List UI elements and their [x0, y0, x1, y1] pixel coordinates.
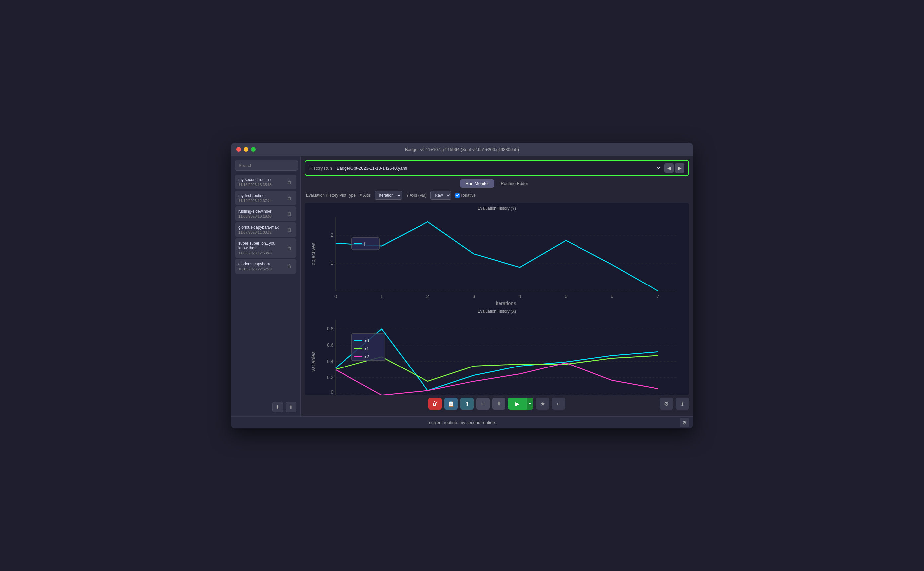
- svg-text:f: f: [364, 241, 365, 247]
- x-axis-select[interactable]: Iteration: [375, 191, 402, 199]
- tabs-row: Run Monitor Routine Editor: [305, 179, 689, 188]
- tab-routine-editor[interactable]: Routine Editor: [496, 179, 533, 188]
- routine-name: glorious-capybara: [238, 262, 286, 266]
- charts-area: Evaluation History (Y) 2 1 0: [305, 203, 689, 395]
- x-axis-label: X Axis: [360, 193, 371, 198]
- svg-text:2: 2: [427, 293, 430, 299]
- routine-info: my second routine 11/13/2023,13:35:55: [238, 177, 286, 187]
- routine-delete-button[interactable]: 🗑: [286, 245, 293, 251]
- svg-text:7: 7: [656, 293, 659, 299]
- svg-text:x0: x0: [364, 338, 369, 343]
- history-run-select[interactable]: BadgerOpt-2023-11-13-142540.yaml: [335, 165, 661, 171]
- delete-run-button[interactable]: 🗑: [428, 398, 442, 410]
- routine-info: rustling-sidewinder 11/08/2023,10:18:08: [238, 209, 286, 218]
- info-button[interactable]: ℹ: [676, 398, 689, 410]
- history-run-bar: History Run BadgerOpt-2023-11-13-142540.…: [305, 160, 689, 176]
- y-axis-select[interactable]: Raw: [430, 191, 451, 199]
- window-title: Badger v0.11+107.g7f15964 (Xopt v2.0a1+2…: [405, 147, 519, 152]
- undo-button[interactable]: ↩: [476, 398, 490, 410]
- toolbar-right: ⚙ ℹ: [660, 398, 689, 410]
- routine-name: glorious-capybara-max: [238, 225, 286, 230]
- routine-delete-button[interactable]: 🗑: [286, 194, 293, 201]
- star-button[interactable]: ★: [536, 398, 549, 410]
- chart-y-container: Evaluation History (Y) 2 1 0: [308, 206, 686, 306]
- routine-date: 11/13/2023,13:35:55: [238, 182, 286, 187]
- status-text: current routine: my second routine: [429, 420, 494, 425]
- routine-date: 10/18/2023,22:52:20: [238, 267, 286, 271]
- routine-item[interactable]: rustling-sidewinder 11/08/2023,10:18:08 …: [235, 207, 296, 221]
- relative-checkbox[interactable]: [455, 193, 460, 198]
- export-button[interactable]: ⬆: [286, 402, 296, 412]
- svg-text:x2: x2: [364, 353, 369, 359]
- log-button[interactable]: ↵: [552, 398, 565, 410]
- svg-text:0.2: 0.2: [327, 375, 334, 380]
- main-content: + my second routine 11/13/2023,13:35:55 …: [231, 156, 693, 416]
- import-export-button[interactable]: ⬆: [460, 398, 474, 410]
- search-row: +: [235, 160, 296, 171]
- routine-delete-button[interactable]: 🗑: [286, 179, 293, 185]
- routine-delete-button[interactable]: 🗑: [286, 210, 293, 217]
- status-bar: current routine: my second routine ⚙: [231, 416, 693, 428]
- close-button[interactable]: [236, 147, 241, 152]
- eval-history-label: Evaluation History Plot Type: [306, 193, 356, 198]
- routine-item[interactable]: glorious-capybara 10/18/2023,22:52:20 🗑: [235, 259, 296, 273]
- svg-text:0.6: 0.6: [327, 342, 334, 347]
- routine-item[interactable]: glorious-capybara-max 11/07/2023,11:03:3…: [235, 222, 296, 237]
- svg-text:iterations: iterations: [496, 300, 516, 305]
- play-dropdown-button[interactable]: ▼: [527, 398, 533, 410]
- svg-text:x1: x1: [364, 346, 369, 351]
- svg-text:0: 0: [334, 293, 337, 299]
- routine-name: super super lon...you know that!: [238, 241, 286, 250]
- import-button[interactable]: ⬇: [273, 402, 283, 412]
- traffic-lights: [236, 147, 256, 152]
- routine-name: rustling-sidewinder: [238, 209, 286, 214]
- routine-date: 11/08/2023,10:18:08: [238, 215, 286, 218]
- routine-item[interactable]: super super lon...you know that! 11/03/2…: [235, 238, 296, 258]
- chart-x-title: Evaluation History (X): [308, 309, 686, 314]
- svg-text:2: 2: [331, 232, 334, 238]
- routine-list: my second routine 11/13/2023,13:35:55 🗑 …: [235, 174, 296, 398]
- main-panel: History Run BadgerOpt-2023-11-13-142540.…: [301, 156, 693, 416]
- routine-date: 11/10/2023,12:37:24: [238, 199, 286, 202]
- title-bar: Badger v0.11+107.g7f15964 (Xopt v2.0a1+2…: [231, 143, 693, 156]
- toolbar: 🗑 📋 ⬆ ↩ ⏸ ▶ ▼ ★ ↵ ⚙ ℹ: [305, 395, 689, 412]
- tab-run-monitor[interactable]: Run Monitor: [460, 179, 494, 188]
- svg-text:0.4: 0.4: [327, 358, 334, 364]
- routine-info: my first routine 11/10/2023,12:37:24: [238, 193, 286, 202]
- nav-arrows: ◀ ▶: [664, 164, 684, 173]
- sidebar-footer: ⬇ ⬆: [235, 402, 296, 412]
- app-window: Badger v0.11+107.g7f15964 (Xopt v2.0a1+2…: [231, 143, 693, 428]
- routine-item[interactable]: my first routine 11/10/2023,12:37:24 🗑: [235, 191, 296, 205]
- play-button[interactable]: ▶: [508, 398, 527, 410]
- svg-text:objectives: objectives: [310, 242, 316, 265]
- controls-row: Evaluation History Plot Type X Axis Iter…: [305, 191, 689, 199]
- svg-text:variables: variables: [310, 351, 316, 372]
- chart-y-title: Evaluation History (Y): [308, 206, 686, 211]
- svg-text:6: 6: [611, 293, 614, 299]
- minimize-button[interactable]: [243, 147, 248, 152]
- sidebar: + my second routine 11/13/2023,13:35:55 …: [231, 156, 301, 416]
- routine-delete-button[interactable]: 🗑: [286, 263, 293, 270]
- relative-label: Relative: [461, 193, 475, 198]
- tools-button[interactable]: ⚙: [660, 398, 673, 410]
- chart-y-svg: 2 1 0 1 2 3 4 5 6 7 iterations: [308, 212, 686, 305]
- routine-item[interactable]: my second routine 11/13/2023,13:35:55 🗑: [235, 174, 296, 189]
- status-settings-button[interactable]: ⚙: [680, 418, 689, 427]
- copy-button[interactable]: 📋: [444, 398, 458, 410]
- svg-text:4: 4: [518, 293, 521, 299]
- routine-info: glorious-capybara-max 11/07/2023,11:03:3…: [238, 225, 286, 235]
- chart-x-container: Evaluation History (X): [308, 309, 686, 395]
- svg-text:0.8: 0.8: [327, 326, 334, 331]
- routine-name: my first routine: [238, 193, 286, 198]
- search-input[interactable]: [235, 160, 298, 171]
- routine-info: super super lon...you know that! 11/03/2…: [238, 241, 286, 255]
- routine-name: my second routine: [238, 177, 286, 182]
- y-axis-label: Y Axis (Var): [406, 193, 427, 198]
- nav-next-button[interactable]: ▶: [675, 164, 684, 173]
- svg-text:1: 1: [380, 293, 383, 299]
- nav-prev-button[interactable]: ◀: [664, 164, 674, 173]
- pause-button[interactable]: ⏸: [492, 398, 505, 410]
- svg-text:0: 0: [331, 389, 334, 395]
- routine-delete-button[interactable]: 🗑: [286, 227, 293, 233]
- maximize-button[interactable]: [251, 147, 256, 152]
